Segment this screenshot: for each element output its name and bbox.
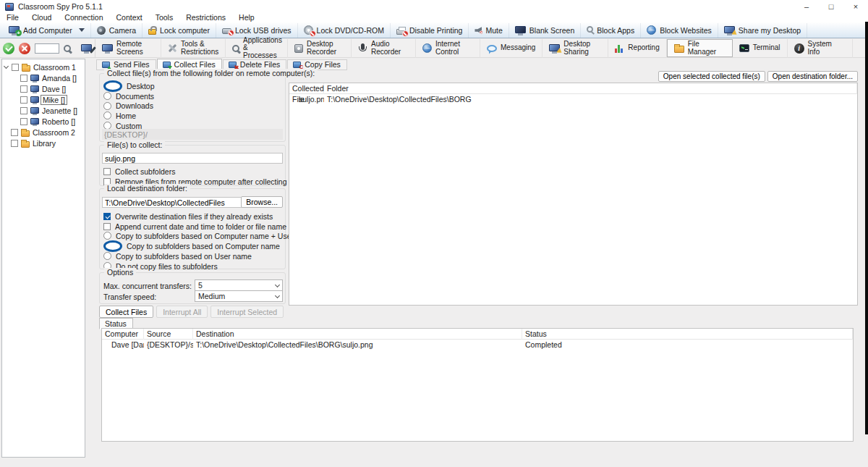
radio-icon[interactable] [103, 102, 111, 110]
block-websites-button[interactable]: Block Websites [641, 23, 718, 38]
max-transfers-select[interactable]: 5 [195, 279, 283, 291]
menu-cloud[interactable]: Cloud [25, 13, 58, 22]
share-desktop-button[interactable]: Share my Desktop [718, 23, 807, 38]
maximize-button[interactable]: □ [819, 0, 843, 13]
disconnect-icon[interactable] [19, 43, 30, 54]
transfer-speed-select[interactable]: Medium [195, 290, 283, 302]
append-date-checkbox-row[interactable]: Append current date and time to folder o… [100, 222, 286, 232]
checkbox-icon[interactable] [103, 168, 111, 175]
tools-restrictions-button[interactable]: Tools & Restrictions [161, 39, 226, 58]
minimize-button[interactable]: – [794, 0, 819, 13]
remote-screens-button[interactable]: Remote Screens [95, 39, 161, 58]
radio-subfolders-computer[interactable]: Copy to subfolders based on Computer nam… [100, 241, 280, 251]
interrupt-all-button[interactable]: Interrupt All [156, 306, 208, 318]
computer-icon [30, 96, 39, 103]
dave-checkbox[interactable] [20, 85, 27, 93]
chevron-expanded-icon[interactable] [4, 64, 9, 69]
browse-button[interactable]: Browse... [241, 196, 283, 208]
add-computer-button[interactable]: Add Computer [3, 23, 91, 38]
radio-desktop[interactable]: Desktop [100, 81, 285, 91]
menu-restrictions[interactable]: Restrictions [179, 13, 232, 22]
column-destination[interactable]: Destination [193, 329, 522, 340]
lock-dvd-button[interactable]: Lock DVD/CD-ROM [298, 23, 391, 38]
applications-processes-button[interactable]: Applications & Processes [226, 39, 288, 58]
menu-help[interactable]: Help [232, 13, 261, 22]
internet-control-button[interactable]: Internet Control [416, 39, 480, 58]
tree-item-dave[interactable]: Dave [] [2, 83, 85, 94]
lock-computer-button[interactable]: Lock computer [142, 23, 216, 38]
column-collected-file[interactable]: Collected File [289, 83, 324, 94]
menu-tools[interactable]: Tools [149, 13, 180, 22]
tree-item-amanda[interactable]: Amanda [] [2, 72, 85, 83]
amanda-checkbox[interactable] [20, 75, 27, 82]
collect-subfolders-checkbox-row[interactable]: Collect subfolders [100, 167, 175, 177]
block-apps-button[interactable]: Block Apps [581, 23, 641, 38]
column-source[interactable]: Source [144, 329, 193, 340]
radio-downloads[interactable]: Downloads [100, 101, 285, 111]
connect-icon[interactable] [3, 43, 14, 54]
menu-context[interactable]: Context [109, 13, 148, 22]
tree-group-classroom-2[interactable]: Classroom 2 [2, 127, 85, 138]
transfer-speed-label: Transfer speed: [103, 293, 156, 301]
table-row[interactable]: suljo.png T:\OneDrive\Desktop\CollectedF… [289, 94, 857, 104]
reporting-button[interactable]: Reporting [608, 39, 666, 58]
collect-files-button[interactable]: Collect Files [99, 306, 153, 318]
radio-icon[interactable] [103, 232, 111, 240]
radio-icon[interactable] [103, 252, 111, 260]
table-row[interactable]: Dave [Damjan] {DESKTOP}/suljo.png T:\One… [102, 340, 853, 349]
blank-screen-button[interactable]: Blank Screen [509, 23, 581, 38]
disable-printing-button[interactable]: Disable Printing [391, 23, 469, 38]
checkbox-checked-icon[interactable] [103, 213, 111, 220]
lock-usb-button[interactable]: Lock USB drives [216, 23, 298, 38]
desktop-sharing-button[interactable]: Desktop Sharing [542, 39, 608, 58]
roberto-checkbox[interactable] [20, 118, 27, 125]
tree-item-roberto[interactable]: Roberto [] [2, 116, 85, 127]
file-manager-button[interactable]: File Manager [667, 39, 733, 57]
column-folder[interactable]: Folder [324, 83, 857, 94]
classroom-1-checkbox[interactable] [12, 64, 19, 71]
menu-connection[interactable]: Connection [58, 13, 109, 22]
checkbox-icon[interactable] [103, 223, 111, 230]
open-destination-folder-button[interactable]: Open destination folder... [767, 71, 858, 82]
search-input[interactable] [35, 43, 59, 54]
tree-group-library[interactable]: Library [2, 138, 85, 148]
radio-subfolders-computer-user[interactable]: Copy to subfolders based on Computer nam… [100, 231, 315, 241]
column-computer[interactable]: Computer [102, 329, 144, 340]
library-checkbox[interactable] [11, 140, 18, 147]
radio-label: Downloads [116, 101, 153, 110]
jeanette-checkbox[interactable] [20, 107, 27, 114]
classroom-2-checkbox[interactable] [11, 129, 18, 136]
terminal-label: Terminal [753, 44, 780, 52]
terminal-button[interactable]: Terminal [733, 39, 788, 58]
messaging-button[interactable]: Messaging [480, 39, 542, 58]
tree-item-mike[interactable]: Mike [] [2, 94, 85, 105]
menu-file[interactable]: File [0, 13, 25, 22]
search-icon[interactable] [64, 45, 71, 52]
tree-group-label: Classroom 2 [33, 128, 75, 137]
destination-path-input[interactable] [102, 197, 252, 208]
radio-selected-icon[interactable] [103, 80, 122, 92]
tree-item-jeanette[interactable]: Jeanette [] [2, 105, 85, 116]
camera-button[interactable]: Camera [91, 23, 142, 38]
radio-selected-icon[interactable] [103, 240, 122, 252]
radio-subfolders-user[interactable]: Copy to subfolders based on User name [100, 251, 252, 261]
interrupt-selected-button[interactable]: Interrupt Selected [210, 306, 284, 318]
desktop-recorder-button[interactable]: Desktop Recorder [288, 39, 352, 58]
radio-icon[interactable] [103, 92, 111, 100]
max-transfers-value: 5 [198, 281, 203, 290]
radio-documents[interactable]: Documents [100, 91, 285, 101]
mute-button[interactable]: Mute [469, 23, 509, 38]
tree-group-classroom-1[interactable]: Classroom 1 [2, 62, 85, 72]
edit-screen-icon[interactable] [81, 44, 92, 51]
system-info-button[interactable]: System Info [788, 39, 853, 58]
audio-recorder-button[interactable]: Audio Recorder [352, 39, 416, 58]
files-to-collect-input[interactable] [102, 153, 283, 164]
radio-icon[interactable] [103, 112, 111, 119]
radio-home[interactable]: Home [100, 111, 285, 121]
open-selected-collected-files-button[interactable]: Open selected collected file(s) [658, 71, 765, 82]
close-button[interactable]: × [843, 0, 868, 13]
custom-path-input[interactable] [102, 129, 283, 140]
mike-checkbox[interactable] [20, 96, 27, 104]
overwrite-checkbox-row[interactable]: Overwrite destination files if they alre… [100, 211, 273, 222]
column-status[interactable]: Status [522, 329, 853, 340]
